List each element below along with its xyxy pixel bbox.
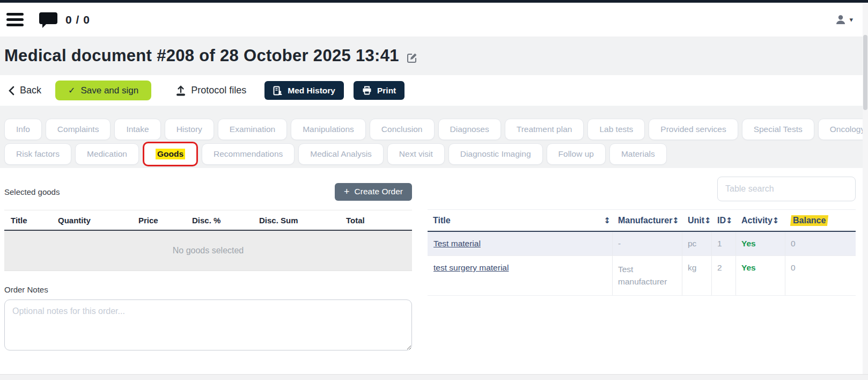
tab-medical-analysis[interactable]: Medical Analysis	[298, 143, 384, 165]
create-order-label: Create Order	[355, 187, 403, 196]
cell-unit: pc	[682, 232, 712, 255]
check-icon: ✓	[68, 85, 75, 96]
chat-icon[interactable]	[39, 11, 58, 28]
tab-materials[interactable]: Materials	[609, 143, 667, 165]
good-title-link[interactable]: Test material	[433, 239, 481, 249]
tab-lab-tests[interactable]: Lab tests	[587, 119, 645, 140]
print-label: Print	[377, 86, 396, 96]
available-goods-header-row: Title ↕ Manufacturer↕ Unit↕ ID↕	[428, 210, 856, 232]
footer-strip	[0, 374, 868, 380]
tab-row-1: Info Complaints Intake History Examinati…	[4, 119, 864, 140]
edit-title-icon[interactable]	[407, 52, 418, 63]
protocol-files-button[interactable]: Protocol files	[171, 85, 252, 96]
tab-medication[interactable]: Medication	[75, 143, 139, 165]
cell-manufacturer: -	[613, 232, 682, 255]
tab-diagnostic-imaging[interactable]: Diagnostic Imaging	[448, 143, 543, 165]
protocol-files-label: Protocol files	[191, 85, 246, 96]
sort-icon[interactable]: ↕	[672, 216, 679, 225]
available-goods-table: Title ↕ Manufacturer↕ Unit↕ ID↕	[428, 209, 856, 296]
save-and-sign-button[interactable]: ✓ Save and sign	[55, 81, 151, 100]
cell-activity: Yes	[741, 263, 756, 273]
printer-icon	[362, 86, 372, 95]
tab-history[interactable]: History	[165, 119, 214, 140]
tab-follow-up[interactable]: Follow up	[547, 143, 606, 165]
document-toolbar: Back ✓ Save and sign Protocol files Med …	[0, 75, 868, 106]
table-row[interactable]: Test material - pc 1 Yes 0	[428, 232, 856, 256]
print-button[interactable]: Print	[354, 81, 404, 100]
back-label: Back	[20, 85, 41, 96]
tab-goods-label: Goods	[156, 149, 185, 159]
col-unit[interactable]: Unit↕	[682, 210, 712, 231]
cell-balance: 0	[785, 232, 856, 255]
col-title: Title	[11, 216, 58, 225]
goods-tab-content: Selected goods + Create Order Title Quan…	[0, 168, 868, 377]
cell-unit: kg	[682, 256, 712, 295]
scrollbar-thumb[interactable]	[863, 35, 867, 110]
tab-provided-services[interactable]: Provided services	[649, 119, 738, 140]
tab-diagnoses[interactable]: Diagnoses	[438, 119, 501, 140]
tab-next-visit[interactable]: Next visit	[387, 143, 445, 165]
tab-special-tests[interactable]: Special Tests	[742, 119, 814, 140]
cell-balance: 0	[785, 256, 856, 295]
sort-icon[interactable]: ↕	[604, 216, 610, 225]
sort-icon[interactable]: ↕	[773, 216, 779, 225]
col-manufacturer[interactable]: Manufacturer↕	[613, 210, 682, 231]
cell-id: 1	[712, 232, 736, 255]
cell-manufacturer: Test manufacturer	[613, 256, 682, 295]
upload-icon	[176, 85, 186, 96]
title-band: Medical document #208 of 28 October 2025…	[0, 36, 868, 75]
tab-oncology[interactable]: Oncology	[818, 119, 868, 140]
med-history-button[interactable]: Med History	[264, 81, 344, 100]
order-notes-section: Order Notes	[4, 285, 412, 353]
order-notes-textarea[interactable]	[4, 299, 412, 350]
med-history-label: Med History	[288, 86, 335, 96]
med-history-icon	[273, 86, 282, 96]
tab-intake[interactable]: Intake	[114, 119, 160, 140]
col-disc-percent: Disc. %	[192, 216, 259, 225]
available-goods-body: Test material - pc 1 Yes 0 test surgery …	[428, 232, 856, 296]
back-button[interactable]: Back	[9, 85, 41, 96]
selected-goods-header-row: Title Quantity Price Disc. % Disc. Sum T…	[4, 210, 412, 231]
available-goods-panel: Title ↕ Manufacturer↕ Unit↕ ID↕	[428, 181, 856, 377]
user-icon	[835, 14, 847, 26]
col-activity[interactable]: Activity↕	[736, 210, 785, 231]
order-notes-label: Order Notes	[4, 285, 412, 294]
page-title: Medical document #208 of 28 October 2025…	[4, 46, 399, 65]
selected-goods-panel: Selected goods + Create Order Title Quan…	[4, 181, 412, 377]
menu-icon[interactable]	[4, 8, 26, 31]
document-tabs: Info Complaints Intake History Examinati…	[0, 106, 868, 165]
tab-recommendations[interactable]: Recommendations	[202, 143, 295, 165]
tab-row-2: Risk factors Medication Goods Recommenda…	[4, 143, 864, 165]
save-and-sign-label: Save and sign	[80, 85, 138, 96]
create-order-button[interactable]: + Create Order	[335, 183, 412, 201]
sort-icon[interactable]: ↕	[704, 216, 711, 225]
cell-activity: Yes	[741, 239, 756, 249]
selected-goods-label: Selected goods	[4, 187, 60, 196]
chat-counter: 0 / 0	[65, 13, 90, 26]
tab-manipulations[interactable]: Manipulations	[291, 119, 366, 140]
col-id[interactable]: ID↕	[712, 210, 736, 231]
tab-treatment-plan[interactable]: Treatment plan	[505, 119, 584, 140]
table-row[interactable]: test surgery material Test manufacturer …	[428, 256, 856, 296]
vertical-scrollbar[interactable]	[863, 3, 868, 374]
col-price: Price	[138, 216, 192, 225]
col-quantity: Quantity	[58, 216, 138, 225]
good-title-link[interactable]: test surgery material	[433, 263, 509, 273]
tab-goods-active[interactable]: Goods	[143, 142, 198, 166]
table-search-input[interactable]	[717, 177, 856, 201]
user-menu[interactable]: ▾	[835, 14, 853, 26]
app-window: 0 / 0 ▾ Medical document #208 of 28 Octo…	[0, 0, 868, 380]
tab-risk-factors[interactable]: Risk factors	[4, 143, 71, 165]
main-area: Info Complaints Intake History Examinati…	[0, 106, 868, 374]
col-title[interactable]: Title ↕	[428, 210, 613, 231]
cell-id: 2	[712, 256, 736, 295]
col-disc-sum: Disc. Sum	[259, 216, 346, 225]
tab-examination[interactable]: Examination	[218, 119, 287, 140]
sort-icon[interactable]: ↕	[726, 216, 733, 225]
selected-goods-table: Title Quantity Price Disc. % Disc. Sum T…	[4, 210, 412, 271]
tab-complaints[interactable]: Complaints	[46, 119, 111, 140]
col-total: Total	[346, 216, 412, 225]
tab-conclusion[interactable]: Conclusion	[370, 119, 435, 140]
tab-info[interactable]: Info	[4, 119, 42, 140]
col-balance[interactable]: Balance	[785, 210, 856, 231]
